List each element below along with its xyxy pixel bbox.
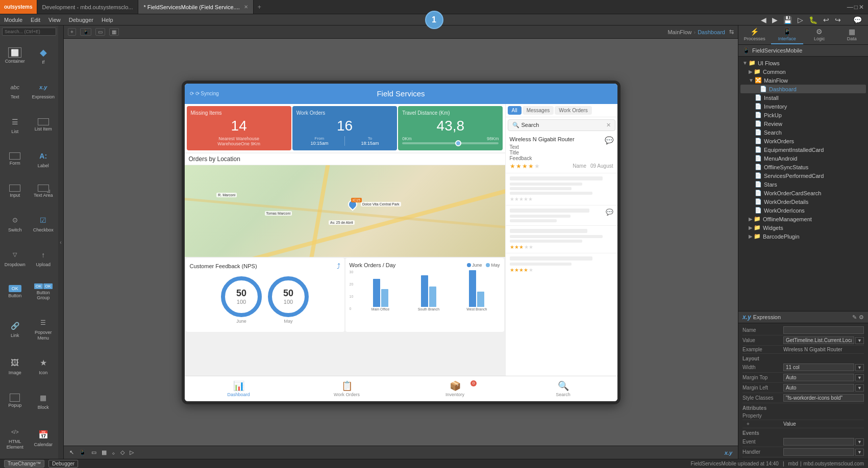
- widget-label[interactable]: A: Label: [30, 142, 58, 176]
- feedback-item-1[interactable]: Wireless N Gigabit Router 💬 Text Title F…: [506, 133, 617, 173]
- app-logo[interactable]: outsystems: [0, 0, 37, 14]
- widget-popover[interactable]: ☰ Popover Menu: [30, 309, 58, 349]
- prop-style-input[interactable]: [783, 394, 864, 402]
- widget-button-group[interactable]: OK OK Button Group: [30, 276, 58, 309]
- breadcrumb-page[interactable]: Dashboard: [698, 29, 725, 35]
- widget-container[interactable]: ⬜ Container: [1, 39, 29, 73]
- widget-image[interactable]: 🖼 Image: [1, 349, 29, 383]
- widget-textarea[interactable]: Text Area: [30, 177, 58, 206]
- tree-item-install[interactable]: 📄 Install: [740, 93, 866, 102]
- tree-item-offlinesync[interactable]: 📄 OfflineSyncStatus: [740, 163, 866, 171]
- menu-edit[interactable]: Edit: [31, 17, 40, 23]
- widget-search-input[interactable]: [2, 28, 56, 36]
- bottom-toolbar-grid[interactable]: ▦: [100, 449, 108, 456]
- bottom-toolbar-r2[interactable]: ◇: [119, 449, 126, 456]
- tree-item-inventory[interactable]: 📄 Inventory: [740, 102, 866, 111]
- canvas-zoom-in[interactable]: +: [68, 28, 76, 36]
- bottom-toolbar-expression[interactable]: x.y: [723, 449, 734, 456]
- widget-checkbox[interactable]: ☑ Checkbox: [30, 206, 58, 241]
- prop-handler-dropdown[interactable]: ▼: [855, 449, 864, 456]
- toolbar-forward[interactable]: ▶: [770, 15, 780, 25]
- widget-if[interactable]: ◆ If: [30, 39, 58, 73]
- nav-inventory[interactable]: 📦 0 Inventory: [401, 378, 509, 399]
- prop-margintop-dropdown[interactable]: ▼: [855, 374, 864, 381]
- toolbar-undo[interactable]: ↩: [821, 15, 831, 25]
- search-clear-icon[interactable]: ✕: [606, 122, 611, 128]
- prop-name-input[interactable]: [783, 326, 864, 334]
- filter-all[interactable]: All: [508, 106, 522, 115]
- menu-module[interactable]: Module: [4, 17, 22, 23]
- tab-development[interactable]: Development - mbd.outsystemsclo...: [37, 0, 139, 14]
- maximize-button[interactable]: □: [854, 4, 858, 11]
- prop-value-dropdown[interactable]: ▼: [855, 337, 864, 344]
- widget-block[interactable]: ▦ Block: [30, 384, 58, 418]
- bottom-toolbar-r1[interactable]: ⬦: [110, 449, 117, 456]
- uiflows-arrow[interactable]: ▼: [742, 60, 748, 66]
- tree-item-workorderdetails[interactable]: 📄 WorkOrderDetails: [740, 197, 866, 206]
- prop-width-input[interactable]: [783, 363, 854, 371]
- tree-item-dashboard[interactable]: ▶ 📄 Dashboard: [740, 85, 866, 93]
- toolbar-save[interactable]: 💾: [781, 15, 794, 25]
- tree-item-offlinemgmt[interactable]: ▶ 📁 OfflineManagement: [740, 215, 866, 223]
- tree-item-workordercardsearch[interactable]: 📄 WorkOrderCardSearch: [740, 189, 866, 197]
- widget-link[interactable]: 🔗 Link: [1, 309, 29, 349]
- widget-input[interactable]: Input: [1, 177, 29, 206]
- mainflow-arrow[interactable]: ▼: [749, 77, 754, 83]
- bottom-toolbar-r3[interactable]: ▷: [128, 449, 135, 456]
- tab-data[interactable]: ▦ Data: [836, 25, 869, 44]
- new-tab-button[interactable]: +: [254, 0, 265, 14]
- prop-marginleft-dropdown[interactable]: ▼: [855, 384, 864, 392]
- widget-popup[interactable]: Popup: [1, 384, 29, 418]
- tree-section-uiflows[interactable]: ▼ 📁 UI Flows: [740, 59, 866, 67]
- tree-item-barcode[interactable]: ▶ 📁 BarcodePlugin: [740, 232, 866, 241]
- menu-debugger[interactable]: Debugger: [69, 17, 93, 23]
- tree-item-menuandroid[interactable]: 📄 MenuAndroid: [740, 154, 866, 163]
- toolbar-back[interactable]: ◀: [759, 15, 768, 25]
- toolbar-comment[interactable]: 💬: [851, 15, 864, 25]
- widget-button[interactable]: OK Button: [1, 276, 29, 309]
- truchange-btn[interactable]: TrueChange™: [4, 460, 44, 467]
- tab-interface[interactable]: 📱 Interface: [771, 25, 804, 44]
- prop-event-input[interactable]: [783, 438, 854, 446]
- nav-search[interactable]: 🔍 Search: [509, 378, 617, 399]
- prop-width-dropdown[interactable]: ▼: [855, 364, 864, 371]
- canvas-grid-view[interactable]: ▦: [109, 28, 119, 36]
- props-settings-btn[interactable]: ⚙: [859, 314, 864, 321]
- nav-work-orders[interactable]: 📋 Work Orders: [293, 378, 401, 399]
- left-panel-collapse[interactable]: ‹: [58, 25, 63, 459]
- tree-item-servicesperformed[interactable]: 📄 ServicesPerformedCard: [740, 171, 866, 180]
- widget-list-item[interactable]: List Item: [30, 108, 58, 142]
- widget-list[interactable]: ☰ List: [1, 108, 29, 142]
- common-arrow[interactable]: ▶: [749, 69, 753, 74]
- bottom-toolbar-tablet[interactable]: ▭: [90, 449, 98, 456]
- close-button[interactable]: ✕: [859, 4, 864, 11]
- debugger-btn[interactable]: Debugger: [48, 460, 78, 467]
- tree-item-equipmentcard[interactable]: 📄 EquipmentInstalledCard: [740, 145, 866, 154]
- tree-item-pickup[interactable]: 📄 PickUp: [740, 111, 866, 119]
- widget-text[interactable]: abc Text: [1, 73, 29, 108]
- tab-logic[interactable]: ⚙ Logic: [803, 25, 836, 44]
- canvas-tablet-view[interactable]: ▭: [95, 28, 105, 36]
- prop-margintop-input[interactable]: [783, 374, 854, 381]
- widgets-arrow[interactable]: ▶: [749, 225, 753, 230]
- widget-dropdown[interactable]: ▽ Dropdown: [1, 241, 29, 275]
- tree-item-common[interactable]: ▶ 📁 Common: [740, 67, 866, 76]
- tree-item-review[interactable]: 📄 Review: [740, 119, 866, 128]
- widget-icon[interactable]: ★ Icon: [30, 349, 58, 383]
- tab-close-icon[interactable]: ✕: [244, 4, 248, 10]
- canvas-phone-view[interactable]: 📱: [80, 28, 91, 36]
- offlinemgmt-arrow[interactable]: ▶: [749, 216, 753, 222]
- widget-upload[interactable]: ↑ Upload: [30, 241, 58, 275]
- tree-item-widgets[interactable]: ▶ 📁 Widgets: [740, 223, 866, 232]
- tree-item-search[interactable]: 📄 Search: [740, 128, 866, 137]
- prop-marginleft-input[interactable]: [783, 384, 854, 392]
- widget-calendar[interactable]: 📅 Calendar: [30, 418, 58, 458]
- prop-value-input[interactable]: [783, 336, 854, 344]
- prop-event-dropdown[interactable]: ▼: [855, 438, 864, 446]
- prop-handler-input[interactable]: [783, 448, 854, 456]
- filter-workorders[interactable]: Work Orders: [555, 106, 592, 115]
- app-search-input[interactable]: [522, 122, 606, 128]
- filter-messages[interactable]: Messages: [523, 106, 554, 115]
- slider-thumb[interactable]: [455, 140, 461, 146]
- widget-form[interactable]: Form: [1, 142, 29, 176]
